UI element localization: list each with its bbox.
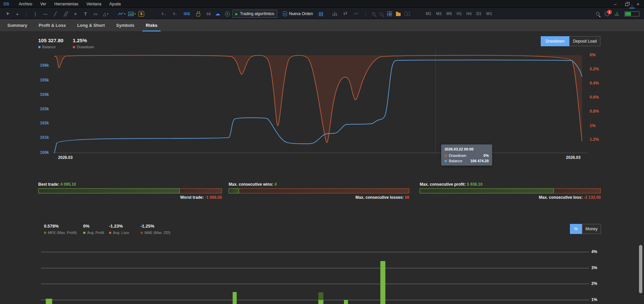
tab-profit-loss[interactable]: Profit & Loss (35, 19, 69, 32)
vertical-line-tool-icon[interactable]: ∣ (32, 10, 39, 18)
balance-legend: Balance (38, 45, 56, 49)
cloud-icon[interactable]: ☁ (215, 11, 220, 17)
timeframe-h1[interactable]: H1 (455, 11, 464, 16)
timeframe-m1[interactable]: M1 (424, 11, 433, 16)
minimize-button-icon[interactable]: – (610, 1, 620, 7)
tooltip-date: 2026.03.22 00:00 (445, 147, 489, 151)
timeframe-m5[interactable]: M5 (444, 11, 454, 16)
line-style-icon[interactable] (353, 10, 359, 18)
drawdown-dot-icon (445, 155, 447, 157)
community-plus-icon[interactable]: + (225, 11, 230, 16)
channel-tool-icon[interactable]: ╱╱ (62, 10, 69, 18)
mfe-stat-legend: MFE (Max. Profit) (44, 231, 77, 235)
drawdown-value: 1.25% (73, 38, 87, 43)
market-bag-icon[interactable] (195, 10, 202, 18)
zoom-in-icon[interactable]: + (372, 12, 375, 16)
mfe-stat-group: -1.23%Avg. Loss (109, 224, 129, 235)
mfe-stat-group: 0%Avg. Profit (83, 224, 104, 235)
tab-symbols[interactable]: Symbols (113, 19, 137, 32)
mfe-stat-legend: Avg. Profit (83, 231, 104, 235)
chart-window-icon[interactable]: ▾ (128, 10, 136, 18)
play-icon: ▶ (235, 12, 238, 16)
folder-icon[interactable] (396, 13, 401, 16)
timeframe-w1[interactable]: W1 (484, 11, 494, 16)
mt5-logo-icon: G5 (3, 1, 12, 7)
download-report-icon[interactable]: ↓ (629, 3, 635, 8)
trade-stat-bottom-label: Worst trade: -1 066.05 (180, 195, 222, 200)
rectangle-tool-icon[interactable]: ▭ (92, 10, 99, 18)
zoom-out-icon[interactable]: − (379, 12, 383, 16)
line-chart-type-icon[interactable]: ▾ (118, 10, 125, 18)
menu-item-ver[interactable]: Ver (36, 2, 50, 6)
indicator-remove-icon[interactable]: ‖← (172, 10, 179, 18)
menu-item-ayuda[interactable]: Ayuda (105, 2, 125, 6)
mfe-stat-value: 0% (83, 224, 104, 229)
drawdown-legend: Drawdown (73, 45, 94, 49)
shapes-tool-icon[interactable]: △▾ (102, 10, 109, 18)
menu-item-herramientas[interactable]: Herramientas (50, 2, 82, 6)
report-tab-bar: SummaryProfit & LossLong & ShortSymbolsR… (0, 19, 644, 32)
y-axis-left-label: 102k (34, 121, 49, 125)
y-axis-left-label: 100k (34, 150, 49, 155)
y-axis-right-label: 0.6% (590, 95, 599, 100)
new-order-button[interactable]: + Nueva Orden (280, 10, 316, 18)
money-toggle-button[interactable]: Money (582, 224, 601, 234)
menu-bar: ArchivoVerHerramientasVentanaAyuda (15, 0, 125, 8)
chart-tooltip: 2026.03.22 00:00 Drawdown 0% Balance 106… (441, 144, 492, 166)
algo-trading-button[interactable]: ▶ Trading algorítmico (232, 10, 277, 18)
camera-icon[interactable] (405, 12, 410, 16)
y-axis-right-label: 0.2% (590, 67, 599, 71)
mfe-stat-group: -1.25%MAE (Max. DD) (140, 224, 170, 235)
y-axis-right-label: 0% (590, 53, 595, 57)
connection-meter (625, 11, 639, 16)
vertical-scrollbar-thumb[interactable] (639, 245, 642, 293)
trade-stat-top-value: 4 095.10 (60, 182, 76, 187)
tab-risks[interactable]: Risks (142, 19, 161, 32)
bar-chart-y-label: 1% (591, 297, 597, 302)
cursor-icon[interactable]: ➤ (2, 8, 12, 19)
trade-stat-bar (229, 188, 409, 193)
legend-dot-icon (109, 232, 111, 234)
ide-button[interactable]: IDE (184, 12, 190, 16)
x-axis-label: 2026.03 (562, 155, 585, 160)
drawdown-toggle-button[interactable]: Drawdown (541, 36, 569, 46)
indicator-insert-icon[interactable]: ‖→ (161, 10, 168, 18)
menu-item-archivo[interactable]: Archivo (15, 2, 36, 6)
balance-value: 105 327.80 (38, 38, 63, 43)
mfe-stat-label: MAE (Max. DD) (144, 231, 170, 235)
risks-report: 105 327.80 Balance 1.25% Drawdown Drawdo… (0, 32, 644, 304)
mfe-stat-value: 0.578% (44, 224, 77, 229)
notifications-icon[interactable]: 1 (605, 11, 609, 16)
new-order-icon: + (283, 11, 287, 16)
text-tool-icon[interactable]: T (82, 10, 89, 18)
tile-windows-icon[interactable] (387, 11, 392, 16)
timeframe-h4[interactable]: H4 (464, 11, 473, 16)
unit-toggle: % Money (570, 224, 601, 234)
trendline-tool-icon[interactable]: ╱ (52, 10, 59, 18)
trade-stat-bar-red (239, 188, 409, 193)
tab-long-short[interactable]: Long & Short (74, 19, 108, 32)
search-icon[interactable] (596, 12, 599, 15)
mfe-stat-label: MFE (Max. Profit) (48, 231, 77, 235)
trade-stat-bar (38, 188, 222, 193)
y-axis-right-label: 0.8% (590, 109, 599, 114)
percent-toggle-button[interactable]: % (570, 224, 582, 234)
deposit-load-toggle-button[interactable]: Deposit Load (569, 36, 600, 46)
crosshair-icon[interactable]: + (14, 10, 21, 18)
depth-of-market-icon[interactable]: ▤ (318, 11, 323, 17)
lvl-icon[interactable]: ▲LVL (615, 11, 619, 16)
trade-stat-column: Max. consecutive profit: 5 936.10Max. co… (420, 182, 601, 201)
trade-stat-bar-red (554, 188, 601, 193)
bars-chart-icon[interactable] (331, 10, 338, 18)
fibonacci-tool-icon[interactable]: ≡ (72, 10, 79, 18)
menu-item-ventana[interactable]: Ventana (82, 2, 105, 6)
timeframe-m2[interactable]: M2 (434, 11, 444, 16)
signals-icon[interactable]: ((o)) (207, 12, 211, 15)
y-axis-right-label: 0.4% (590, 81, 599, 85)
timeframe-d1[interactable]: D1 (474, 11, 483, 16)
horizontal-line-tool-icon[interactable]: ― (42, 10, 49, 18)
candles-chart-icon[interactable] (342, 10, 349, 18)
dollar-icon[interactable]: $ (138, 11, 144, 17)
close-button-icon[interactable]: × (633, 1, 643, 7)
tab-summary[interactable]: Summary (4, 19, 31, 32)
